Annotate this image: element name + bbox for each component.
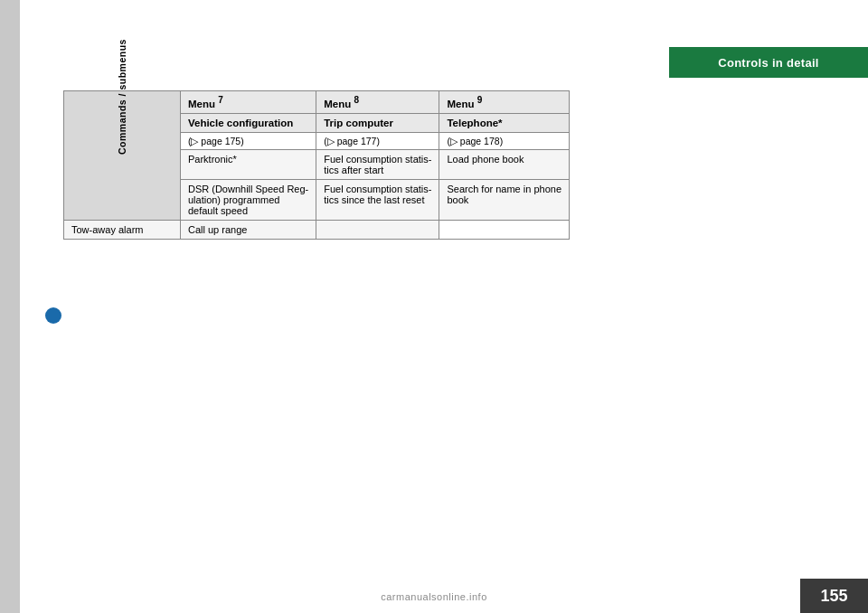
- menu7-cmd3: Tow-away alarm: [64, 220, 181, 239]
- menu7-title: Vehicle configuration: [180, 113, 316, 132]
- menu7-cmd2: DSR (Downhill Speed Reg-ulation) program…: [180, 179, 316, 220]
- menu7-pageref: (▷ page 175): [180, 132, 316, 149]
- watermark: carmanualsonline.info: [381, 591, 487, 602]
- section-header-bar: Controls in detail: [669, 47, 868, 78]
- table-content-row-3: Tow-away alarm Call up range: [64, 220, 570, 239]
- menu8-title: Trip computer: [316, 113, 439, 132]
- page-number-box: 155: [800, 579, 868, 613]
- menu9-title: Telephone*: [439, 113, 570, 132]
- menu9-cmd3: [316, 220, 439, 239]
- section-title: Controls in detail: [718, 56, 819, 70]
- page-number: 155: [820, 587, 847, 606]
- menu8-cmd2: Fuel consumption statis-tics since the l…: [316, 179, 439, 220]
- menu7-header: Menu 7: [180, 91, 316, 114]
- blue-bullet: [45, 307, 61, 324]
- menu8-cmd1: Fuel consumption statis-tics after start: [316, 149, 439, 179]
- menu9-pageref: (▷ page 178): [439, 132, 570, 149]
- main-content: Commands / submenus Menu 7 Menu 8 Menu 9…: [36, 90, 841, 240]
- menu8-cmd3: Call up range: [180, 220, 316, 239]
- menu8-header: Menu 8: [316, 91, 439, 114]
- commands-submenus-label: Commands / submenus: [64, 91, 181, 221]
- menu7-cmd1: Parktronic*: [180, 149, 316, 179]
- table-header-row: Commands / submenus Menu 7 Menu 8 Menu 9: [64, 91, 570, 114]
- menu9-header: Menu 9: [439, 91, 570, 114]
- menu9-cmd1: Load phone book: [439, 149, 570, 179]
- menu-table: Commands / submenus Menu 7 Menu 8 Menu 9…: [63, 90, 570, 240]
- left-sidebar-accent: [0, 0, 20, 613]
- menu8-pageref: (▷ page 177): [316, 132, 439, 149]
- menu9-cmd2: Search for name in phonebook: [439, 179, 570, 220]
